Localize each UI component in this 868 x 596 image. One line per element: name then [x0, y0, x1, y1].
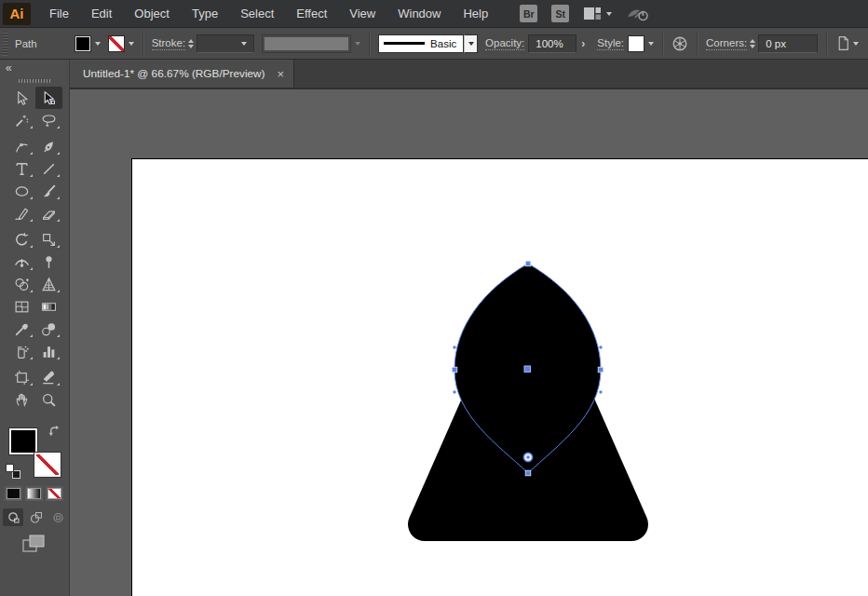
menu-object[interactable]: Object — [123, 0, 181, 28]
recolor-artwork-icon[interactable] — [671, 35, 688, 52]
menu-list: File Edit Object Type Select Effect View… — [38, 0, 499, 28]
symbol-sprayer-tool-button[interactable] — [8, 340, 35, 362]
anchor-right[interactable] — [598, 367, 604, 372]
opacity-field[interactable]: 100% — [528, 34, 576, 53]
anchor-left[interactable] — [452, 367, 457, 372]
artboard-tool-button[interactable] — [8, 366, 35, 388]
document-tab[interactable]: Untitled-1* @ 66.67% (RGB/Preview) × — [70, 60, 294, 88]
menu-window[interactable]: Window — [387, 0, 452, 28]
default-fill-mini-icon — [6, 464, 14, 472]
shape-center-point[interactable] — [524, 366, 531, 372]
separator — [142, 33, 143, 55]
stroke-weight-stepper[interactable] — [188, 36, 194, 51]
stock-button[interactable]: St — [551, 5, 569, 22]
opacity-label[interactable]: Opacity: — [485, 37, 524, 50]
corners-value: 0 px — [766, 38, 786, 49]
menu-effect[interactable]: Effect — [285, 0, 338, 28]
panel-grip[interactable] — [2, 32, 8, 56]
menu-edit[interactable]: Edit — [80, 0, 123, 28]
stroke-chevron-icon[interactable] — [129, 42, 134, 46]
drawing-mode-buttons — [3, 508, 68, 526]
menu-select[interactable]: Select — [229, 0, 285, 28]
style-label[interactable]: Style: — [597, 37, 624, 50]
scale-tool-button[interactable] — [35, 228, 62, 251]
curvature-tool-button[interactable] — [8, 135, 35, 157]
direct-selection-cursor-icon — [41, 90, 57, 106]
bridge-button[interactable]: Br — [520, 5, 537, 22]
tab-close-icon[interactable]: × — [278, 68, 285, 80]
none-slash-icon — [109, 36, 124, 51]
width-profile-chevron-icon — [355, 42, 360, 46]
menu-type[interactable]: Type — [181, 0, 229, 28]
menu-help[interactable]: Help — [452, 0, 499, 28]
gradient-tool-button[interactable] — [35, 295, 62, 318]
perspective-grid-tool-button[interactable] — [35, 273, 62, 295]
live-shape-widget[interactable] — [523, 453, 532, 461]
opacity-expand-button[interactable]: › — [576, 37, 590, 50]
color-button[interactable] — [5, 486, 22, 501]
hand-tool-button[interactable] — [8, 388, 35, 411]
shaper-pencil-tool-button[interactable] — [8, 202, 35, 224]
anchor-top[interactable] — [525, 261, 531, 266]
draw-behind-icon — [29, 511, 43, 524]
corners-stepper[interactable] — [750, 36, 755, 51]
brush-definition-chevron[interactable] — [464, 34, 478, 53]
shape-builder-tool-button[interactable] — [8, 273, 35, 295]
pen-tool-button[interactable] — [35, 135, 62, 157]
workspace-switcher[interactable] — [583, 7, 612, 20]
eyedropper-tool-button[interactable] — [8, 318, 35, 340]
stroke-swatch[interactable] — [34, 453, 61, 477]
draw-behind-button[interactable] — [25, 508, 46, 526]
line-segment-icon — [41, 161, 57, 177]
graphic-style-swatch[interactable] — [628, 35, 644, 52]
document-setup-chevron-icon[interactable] — [853, 42, 859, 46]
none-button[interactable] — [46, 486, 63, 501]
change-screen-mode-button[interactable] — [22, 535, 47, 557]
brush-definition-dropdown[interactable]: Basic — [378, 34, 464, 53]
separator — [369, 33, 370, 55]
document-tab-bar: Untitled-1* @ 66.67% (RGB/Preview) × — [70, 60, 868, 89]
mesh-tool-button[interactable] — [8, 295, 35, 318]
default-fill-stroke-button[interactable] — [6, 464, 20, 479]
anchor-bottom[interactable] — [525, 470, 531, 476]
lasso-tool-button[interactable] — [35, 109, 62, 131]
magic-wand-tool-button[interactable] — [8, 109, 35, 131]
menu-view[interactable]: View — [338, 0, 387, 28]
slice-tool-button[interactable] — [35, 366, 62, 388]
chevron-down-icon[interactable] — [241, 42, 247, 46]
fill-color-swatch[interactable] — [75, 35, 91, 52]
column-graph-tool-button[interactable] — [35, 340, 62, 362]
draw-inside-button[interactable] — [47, 508, 68, 526]
spray-can-icon — [14, 344, 30, 359]
brush-stroke-preview — [384, 42, 425, 45]
paintbrush-tool-button[interactable] — [35, 180, 62, 202]
sync-status-icon[interactable] — [626, 6, 650, 22]
puppet-warp-tool-button[interactable] — [35, 251, 62, 273]
tools-panel-grip[interactable] — [19, 79, 50, 83]
gradient-button[interactable] — [25, 486, 43, 501]
collapse-panel-button[interactable]: « — [6, 61, 11, 74]
rotate-tool-button[interactable] — [8, 228, 35, 251]
corners-label[interactable]: Corners: — [706, 37, 747, 50]
direct-selection-tool-button[interactable] — [35, 87, 62, 109]
stroke-weight-field[interactable] — [197, 34, 254, 53]
document-setup-icon[interactable] — [835, 35, 851, 51]
canvas-pasteboard[interactable] — [70, 89, 868, 596]
selection-tool-button[interactable] — [8, 87, 35, 109]
eraser-tool-button[interactable] — [35, 202, 62, 224]
style-chevron-icon[interactable] — [648, 42, 654, 46]
stroke-color-swatch[interactable] — [108, 35, 125, 52]
line-segment-tool-button[interactable] — [35, 157, 62, 180]
swap-fill-stroke-icon[interactable] — [47, 425, 61, 439]
blend-tool-button[interactable] — [35, 318, 62, 340]
fill-chevron-icon[interactable] — [95, 42, 101, 46]
fill-swatch[interactable] — [9, 428, 37, 454]
zoom-tool-button[interactable] — [35, 388, 62, 411]
ellipse-tool-button[interactable] — [8, 180, 35, 202]
width-tool-button[interactable] — [8, 251, 35, 273]
type-tool-button[interactable] — [8, 157, 35, 180]
draw-normal-button[interactable] — [3, 508, 23, 526]
stroke-weight-label[interactable]: Stroke: — [152, 37, 185, 50]
corners-field[interactable]: 0 px — [758, 34, 818, 53]
menu-file[interactable]: File — [38, 0, 80, 28]
